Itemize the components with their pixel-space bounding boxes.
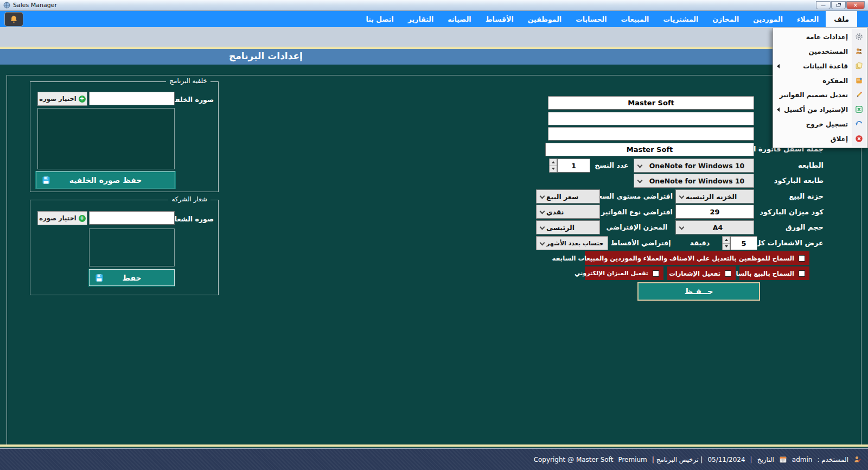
submenu-arrow-icon	[777, 107, 780, 112]
paper-size-select[interactable]: A4	[675, 220, 754, 234]
menu-item-file[interactable]: ملف	[826, 11, 857, 27]
copyright-label: Copyright @ Master Soft	[534, 456, 614, 463]
chevron-down-icon	[679, 194, 685, 199]
logo-image-path-input[interactable]	[89, 211, 175, 225]
floppy-icon	[95, 274, 104, 282]
choose-background-button[interactable]: + اختيار صوره	[37, 92, 87, 106]
menu-item-close-app[interactable]: إغلاق	[773, 131, 867, 146]
menu-item-import-excel[interactable]: الإستيراد من أكسيل	[773, 103, 867, 117]
background-preview	[37, 108, 175, 169]
copies-stepper[interactable]	[549, 158, 557, 173]
address-input[interactable]	[548, 127, 754, 141]
default-store-select[interactable]: الرئيسى	[536, 220, 600, 234]
menu-item-accounts[interactable]: الحسابات	[569, 11, 614, 27]
bell-icon	[9, 15, 18, 24]
menu-item-invoice-design[interactable]: تعديل تصميم الفواتير	[773, 88, 867, 103]
menu-item-sales[interactable]: المبيعات	[614, 11, 656, 27]
copies-label: عدد النسخ	[591, 161, 632, 169]
menu-item-logout[interactable]: تسجيل خروج	[773, 117, 867, 132]
barcode-printer-select[interactable]: OneNote for Windows 10	[634, 174, 754, 188]
minutes-unit-label: دقيقة	[681, 239, 718, 247]
notifications-every-label: عرض الاشعارات كل :	[749, 239, 824, 247]
user-icon	[853, 455, 861, 463]
menu-items: ملف العملاء الموردين المخازن المشتريات ا…	[359, 11, 857, 27]
checkbox-icon[interactable]	[725, 270, 731, 277]
menu-item-users[interactable]: المستخدمين	[773, 45, 867, 59]
price-level-label: افتراضي مستوي السعر	[601, 192, 673, 200]
company-name-input[interactable]: Master Soft	[548, 96, 754, 110]
save-logo-button[interactable]: حفظ	[89, 269, 175, 286]
notifications-button[interactable]	[4, 12, 23, 27]
invoice-type-select[interactable]: نقدي	[536, 205, 600, 219]
notifications-minutes-input[interactable]: 5	[730, 236, 757, 250]
chevron-down-icon	[540, 240, 545, 246]
restore-button[interactable]	[831, 1, 846, 9]
menu-item-customers[interactable]: العملاء	[790, 11, 826, 27]
copies-input[interactable]: 1	[557, 158, 590, 173]
chevron-down-icon	[679, 225, 685, 230]
background-group-title: خلفية البرنامج	[166, 77, 210, 85]
menu-item-purchases[interactable]: المشتريات	[656, 11, 705, 27]
minimize-button[interactable]: —	[816, 1, 831, 9]
gear-icon	[855, 33, 864, 41]
printer-select[interactable]: OneNote for Windows 10	[634, 158, 754, 173]
price-level-select[interactable]: سعر البيع	[536, 189, 600, 204]
enable-notifications-label: تفعيل الإشعارات	[669, 270, 720, 277]
enable-electronic-scale-option[interactable]: تفعيل الميزان الإلكتروني	[585, 266, 663, 280]
checkbox-icon[interactable]	[653, 270, 659, 277]
installments-default-select[interactable]: الإحتساب بعدد الأشهر	[536, 236, 608, 250]
menu-item-suppliers[interactable]: الموردين	[746, 11, 790, 27]
choose-logo-button[interactable]: + اختيار صوره	[37, 211, 87, 225]
chevron-down-icon	[540, 194, 545, 199]
enable-electronic-scale-label: تفعيل الميزان الإلكتروني	[575, 270, 648, 277]
title-bar: Sales Manager — ×	[0, 0, 868, 11]
checkbox-icon[interactable]	[799, 270, 805, 277]
restore-icon	[837, 4, 840, 7]
menu-item-installments[interactable]: الأقساط	[478, 11, 521, 27]
floppy-icon	[42, 176, 50, 185]
menu-item-maintenance[interactable]: الصيانه	[441, 11, 478, 27]
mobile-input[interactable]	[548, 112, 754, 125]
save-background-label: حفظ صوره الخلفيه	[69, 176, 142, 185]
background-image-path-input[interactable]	[89, 92, 175, 105]
checkbox-icon[interactable]	[799, 255, 805, 262]
menu-item-general-settings[interactable]: إعدادات عامة	[773, 30, 867, 45]
menu-item-contact[interactable]: اتصل بنا	[359, 11, 401, 27]
menu-item-warehouses[interactable]: المخازن	[705, 11, 746, 27]
invoice-footer-input[interactable]: Master Soft	[545, 143, 754, 156]
users-icon	[855, 47, 864, 56]
edition-label: Premium	[618, 456, 647, 463]
divider	[0, 444, 868, 447]
chevron-down-icon	[637, 163, 643, 168]
save-background-button[interactable]: حفظ صوره الخلفيه	[36, 172, 175, 188]
save-settings-button[interactable]: حــفـظ	[637, 282, 760, 301]
menu-item-database[interactable]: قاعدة البيانات	[773, 59, 867, 74]
logo-groupbox: شعار الشركه صوره الشعار + اختيار صوره حف…	[30, 200, 219, 295]
window-title: Sales Manager	[13, 2, 57, 9]
allow-edit-option[interactable]: السماح للموظفين بالتعديل علي الاصناف وال…	[585, 251, 809, 265]
step-up-icon[interactable]	[723, 237, 730, 244]
close-button[interactable]: ×	[846, 1, 865, 9]
excel-icon	[855, 105, 864, 114]
allow-negative-sale-label: السماح بالبيع بالسالب	[727, 270, 794, 277]
menu-item-employees[interactable]: الموظفين	[521, 11, 569, 27]
invoice-design-icon	[855, 91, 864, 99]
allow-negative-sale-option[interactable]: السماح بالبيع بالسالب	[739, 266, 809, 280]
logout-icon	[855, 120, 864, 129]
step-down-icon[interactable]	[723, 244, 730, 250]
logo-preview	[89, 228, 175, 266]
notifications-stepper[interactable]	[722, 236, 730, 250]
menu-item-notebook[interactable]: المفكره	[773, 73, 867, 88]
step-up-icon[interactable]	[550, 159, 557, 166]
menu-item-reports[interactable]: التقارير	[401, 11, 441, 27]
submenu-arrow-icon	[777, 64, 780, 68]
barcode-scale-code-input[interactable]: 29	[675, 205, 754, 219]
step-down-icon[interactable]	[550, 166, 557, 173]
enable-notifications-option[interactable]: تفعيل الإشعارات	[667, 266, 736, 280]
paper-size-label: حجم الورق	[786, 223, 824, 231]
user-label: المستخدم :	[817, 456, 848, 463]
close-circle-icon	[855, 135, 864, 143]
file-dropdown-menu: إعدادات عامة المستخدمين قاعدة البيانات ا…	[773, 28, 868, 148]
sale-safe-select[interactable]: الخزنه الرئيسيه	[675, 189, 754, 204]
logo-image-label: صوره الشعار	[171, 215, 214, 223]
